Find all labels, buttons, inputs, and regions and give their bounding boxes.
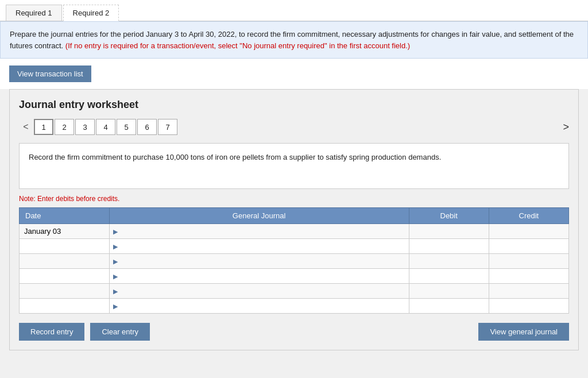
date-input-2[interactable] — [23, 255, 106, 268]
page-7[interactable]: 7 — [158, 119, 177, 135]
page-4[interactable]: 4 — [96, 119, 115, 135]
credit-input-1[interactable] — [493, 240, 565, 253]
date-cell-5[interactable] — [20, 299, 110, 314]
desc-input-4[interactable] — [120, 285, 404, 298]
debit-input-2[interactable] — [413, 255, 485, 268]
credit-cell-3[interactable] — [489, 269, 568, 284]
instruction-red: (If no entry is required for a transacti… — [65, 41, 410, 50]
credit-cell-2[interactable] — [489, 254, 568, 269]
table-row: ▶ — [20, 299, 569, 314]
page-3[interactable]: 3 — [75, 119, 95, 135]
debit-cell-2[interactable] — [409, 254, 489, 269]
table-row: ▶ — [20, 254, 569, 269]
col-general-journal: General Journal — [109, 208, 409, 224]
page-5[interactable]: 5 — [117, 119, 136, 135]
col-credit: Credit — [489, 208, 568, 224]
debit-input-4[interactable] — [413, 285, 485, 298]
actions-row: Record entry Clear entry View general jo… — [19, 323, 569, 341]
debit-cell-0[interactable] — [409, 224, 489, 239]
desc-input-0[interactable] — [120, 225, 404, 238]
page-1[interactable]: 1 — [34, 119, 53, 135]
desc-cell-5[interactable]: ▶ — [109, 299, 409, 314]
entry-description: Record the firm commitment to purchase 1… — [19, 143, 569, 189]
table-row: ▶ — [20, 269, 569, 284]
view-general-journal-button[interactable]: View general journal — [478, 323, 569, 341]
credit-cell-5[interactable] — [489, 299, 568, 314]
desc-input-2[interactable] — [120, 255, 404, 268]
credit-cell-4[interactable] — [489, 284, 568, 299]
worksheet-title: Journal entry worksheet — [19, 99, 569, 111]
debit-input-0[interactable] — [413, 225, 485, 238]
credit-input-0[interactable] — [493, 225, 565, 238]
table-row: ▶ — [20, 284, 569, 299]
date-cell-3[interactable] — [20, 269, 110, 284]
note-text: Note: Enter debits before credits. — [19, 195, 569, 203]
page-next-arrow[interactable]: > — [563, 121, 569, 133]
debit-input-5[interactable] — [413, 300, 485, 313]
pagination: < 1 2 3 4 5 6 7 > — [19, 119, 569, 135]
date-cell-4[interactable] — [20, 284, 110, 299]
debit-input-1[interactable] — [413, 240, 485, 253]
debit-cell-5[interactable] — [409, 299, 489, 314]
page-6[interactable]: 6 — [137, 119, 157, 135]
tab-required2[interactable]: Required 2 — [63, 5, 119, 21]
debit-input-3[interactable] — [413, 270, 485, 283]
desc-cell-2[interactable]: ▶ — [109, 254, 409, 269]
tab-required1[interactable]: Required 1 — [6, 5, 62, 21]
date-input-0[interactable] — [23, 225, 106, 238]
journal-table: Date General Journal Debit Credit ▶▶▶▶▶▶ — [19, 207, 569, 314]
instruction-box: Prepare the journal entries for the peri… — [0, 21, 588, 59]
col-date: Date — [20, 208, 110, 224]
page-prev-arrow[interactable]: < — [19, 119, 33, 135]
page-2[interactable]: 2 — [55, 119, 74, 135]
date-input-5[interactable] — [23, 300, 106, 313]
desc-cell-0[interactable]: ▶ — [109, 224, 409, 239]
date-input-3[interactable] — [23, 270, 106, 283]
desc-cell-1[interactable]: ▶ — [109, 239, 409, 254]
debit-cell-4[interactable] — [409, 284, 489, 299]
record-entry-button[interactable]: Record entry — [19, 323, 84, 341]
credit-input-3[interactable] — [493, 270, 565, 283]
date-input-4[interactable] — [23, 285, 106, 298]
clear-entry-button[interactable]: Clear entry — [90, 323, 150, 341]
credit-input-2[interactable] — [493, 255, 565, 268]
credit-cell-1[interactable] — [489, 239, 568, 254]
debit-cell-3[interactable] — [409, 269, 489, 284]
col-debit: Debit — [409, 208, 489, 224]
tabs-bar: Required 1 Required 2 — [0, 0, 588, 21]
desc-input-1[interactable] — [120, 240, 404, 253]
date-cell-1[interactable] — [20, 239, 110, 254]
table-row: ▶ — [20, 239, 569, 254]
credit-input-5[interactable] — [493, 300, 565, 313]
credit-cell-0[interactable] — [489, 224, 568, 239]
date-cell-2[interactable] — [20, 254, 110, 269]
debit-cell-1[interactable] — [409, 239, 489, 254]
desc-input-5[interactable] — [120, 300, 404, 313]
worksheet-container: Journal entry worksheet < 1 2 3 4 5 6 7 … — [9, 89, 579, 350]
desc-input-3[interactable] — [120, 270, 404, 283]
table-row: ▶ — [20, 224, 569, 239]
desc-cell-4[interactable]: ▶ — [109, 284, 409, 299]
date-cell-0[interactable] — [20, 224, 110, 239]
credit-input-4[interactable] — [493, 285, 565, 298]
view-transaction-button[interactable]: View transaction list — [9, 65, 91, 82]
desc-cell-3[interactable]: ▶ — [109, 269, 409, 284]
date-input-1[interactable] — [23, 240, 106, 253]
